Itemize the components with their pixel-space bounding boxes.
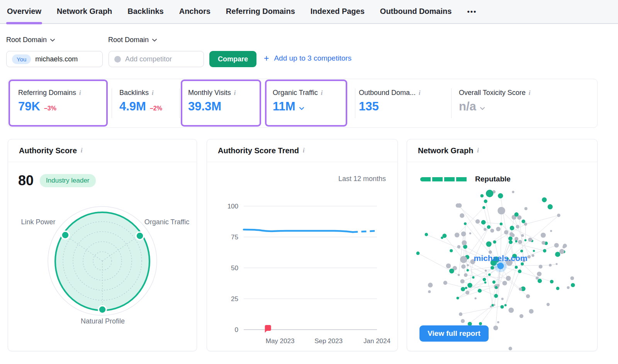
- radar-axis-organic-traffic: Organic Traffic: [144, 218, 190, 227]
- backlink-analytics-overview-page: Overview Network Graph Backlinks Anchors…: [0, 0, 618, 364]
- metric-overall-toxicity-score: Overall Toxicity Scorei n/a: [459, 89, 530, 113]
- network-graph-panel: Network Graph i Reputable michaels.com V…: [407, 139, 598, 351]
- meter-segment: [456, 177, 467, 181]
- tab-outbound-domains[interactable]: Outbound Domains: [380, 0, 452, 24]
- authority-score-header: Authority Score i: [8, 139, 197, 162]
- chevron-down-icon: [480, 107, 485, 110]
- svg-text:50: 50: [231, 264, 238, 272]
- info-icon[interactable]: i: [152, 90, 153, 97]
- main-domain-input[interactable]: You michaels.com: [6, 51, 103, 67]
- svg-text:0: 0: [235, 326, 238, 334]
- info-icon[interactable]: i: [234, 90, 236, 97]
- metrics-summary-card: Referring Domainsi 79K–3% Backlinksi 4.9…: [8, 79, 598, 128]
- view-full-report-button[interactable]: View full report: [419, 325, 489, 342]
- radar-axis-link-power: Link Power: [19, 218, 58, 227]
- authority-score-panel: Authority Score i 80 Industry leader Lin…: [8, 139, 197, 351]
- metric-delta: –3%: [44, 105, 56, 113]
- meter-segment: [444, 177, 455, 181]
- radar-axis-natural-profile: Natural Profile: [8, 317, 197, 326]
- metric-organic-traffic: Organic Traffici 11M: [273, 89, 323, 113]
- info-icon[interactable]: i: [321, 90, 323, 97]
- radar-point-link-power: [61, 231, 69, 239]
- meter-segment: [432, 177, 443, 181]
- add-competitor-input[interactable]: Add competitor: [109, 51, 204, 67]
- competitor-placeholder: Add competitor: [125, 55, 172, 63]
- metric-outbound-domains: Outbound Doma...i 135: [359, 89, 421, 113]
- top-tab-bar: Overview Network Graph Backlinks Anchors…: [0, 0, 618, 24]
- add-competitors-link[interactable]: + Add up to 3 competitors: [264, 54, 351, 63]
- authority-score-trend-header: Authority Score Trend i: [207, 139, 397, 162]
- metric-value: 135: [359, 100, 379, 113]
- panel-title: Authority Score: [19, 146, 77, 155]
- radar-point-organic-traffic: [136, 232, 144, 240]
- tab-anchors[interactable]: Anchors: [179, 0, 211, 24]
- info-icon[interactable]: i: [419, 90, 420, 97]
- tab-indexed-pages[interactable]: Indexed Pages: [311, 0, 365, 24]
- tab-overview-label: Overview: [7, 7, 41, 15]
- toxicity-dropdown[interactable]: n/a: [459, 100, 530, 113]
- panel-title: Authority Score Trend: [218, 146, 299, 155]
- metric-value: 4.9M: [119, 100, 146, 113]
- authority-score-value: 80: [18, 173, 34, 189]
- svg-text:Jan 2024: Jan 2024: [363, 337, 390, 345]
- tab-referring-domains[interactable]: Referring Domains: [226, 0, 295, 24]
- authority-score-trend-panel: Authority Score Trend i Last 12 months 0…: [207, 139, 398, 351]
- metric-value: 11M: [273, 100, 295, 113]
- trend-range-label: Last 12 months: [338, 175, 386, 183]
- metric-monthly-visits: Monthly Visitsi 39.3M: [188, 89, 236, 113]
- network-graph-header: Network Graph i: [407, 139, 597, 162]
- svg-text:Sep 2023: Sep 2023: [314, 337, 343, 345]
- more-tabs-icon[interactable]: •••: [467, 8, 477, 16]
- divider: [179, 88, 180, 118]
- chevron-down-icon: [50, 39, 55, 42]
- chevron-down-icon: [152, 39, 157, 42]
- svg-text:michaels.com: michaels.com: [474, 254, 528, 262]
- radar-point-natural-profile: [98, 306, 106, 313]
- metric-value: 79K: [18, 100, 40, 113]
- you-badge: You: [12, 54, 31, 64]
- metric-referring-domains: Referring Domainsi 79K–3%: [18, 89, 81, 113]
- authority-score-trend-chart: 0255075100May 2023Sep 2023Jan 2024: [207, 186, 398, 348]
- divider: [451, 88, 452, 118]
- organic-traffic-dropdown[interactable]: 11M: [273, 100, 323, 113]
- chevron-down-icon: [299, 107, 304, 110]
- metric-value: n/a: [459, 100, 476, 113]
- tab-backlinks[interactable]: Backlinks: [127, 0, 163, 24]
- scope-selector-competitor[interactable]: Root Domain: [108, 36, 157, 44]
- metric-value: 39.3M: [188, 100, 221, 113]
- metric-delta: –2%: [150, 105, 162, 113]
- info-icon[interactable]: i: [529, 90, 530, 97]
- panel-title: Network Graph: [418, 146, 473, 155]
- svg-text:100: 100: [228, 203, 238, 210]
- info-icon[interactable]: i: [477, 147, 479, 154]
- plus-icon: +: [264, 55, 269, 62]
- main-domain-value: michaels.com: [35, 55, 78, 63]
- divider: [112, 88, 112, 118]
- metric-backlinks: Backlinksi 4.9M–2%: [119, 89, 162, 113]
- divider: [355, 88, 355, 118]
- info-icon[interactable]: i: [81, 147, 82, 154]
- info-icon[interactable]: i: [79, 90, 81, 97]
- compare-button[interactable]: Compare: [209, 51, 256, 67]
- svg-text:May 2023: May 2023: [266, 337, 295, 345]
- competitor-favicon-placeholder-icon: [114, 56, 121, 63]
- svg-text:25: 25: [231, 295, 238, 303]
- tab-overview[interactable]: Overview: [7, 0, 41, 24]
- industry-leader-badge: Industry leader: [40, 174, 95, 187]
- info-icon[interactable]: i: [303, 147, 304, 154]
- svg-text:75: 75: [231, 234, 238, 241]
- scope-selector-main[interactable]: Root Domain: [6, 36, 55, 44]
- tab-network-graph[interactable]: Network Graph: [57, 0, 112, 24]
- meter-segment: [420, 177, 431, 181]
